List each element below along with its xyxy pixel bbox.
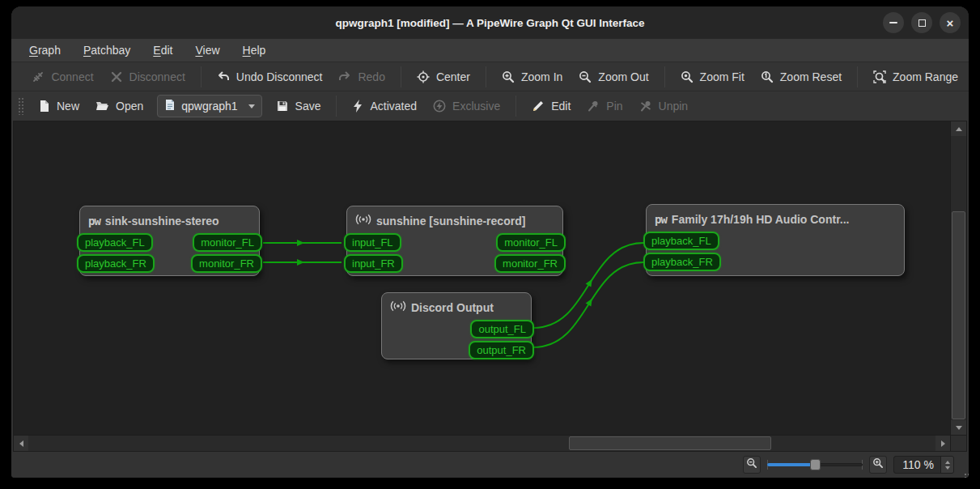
horizontal-scrollbar-thumb[interactable] xyxy=(569,436,771,450)
zoom-range-button[interactable]: Zoom Range xyxy=(866,66,965,88)
node-family-hd-audio[interactable]: pw Family 17h/19h HD Audio Contr... play… xyxy=(646,204,905,276)
scroll-down-button[interactable] xyxy=(951,420,966,435)
pipewire-icon: pw xyxy=(88,215,100,227)
graph-canvas-frame: pw sink-sunshine-stereo playback_FL moni… xyxy=(13,121,967,452)
zoom-slider-handle[interactable] xyxy=(810,459,821,470)
port-input-fl[interactable]: input_FL xyxy=(344,233,401,252)
zoom-out-icon xyxy=(746,457,757,472)
zoom-out-icon xyxy=(579,70,592,83)
vertical-scrollbar-thumb[interactable] xyxy=(952,211,965,419)
pipewire-icon: pw xyxy=(655,213,667,226)
open-folder-icon xyxy=(95,100,109,113)
close-button[interactable]: × xyxy=(940,12,961,33)
horizontal-scrollbar[interactable] xyxy=(14,435,950,451)
zoom-in-button[interactable]: Zoom In xyxy=(494,66,570,88)
arrow-icon xyxy=(586,297,596,307)
exclusive-bolt-icon xyxy=(433,100,446,113)
connect-icon xyxy=(32,70,45,83)
activated-bolt-icon xyxy=(352,100,363,113)
disconnect-button[interactable]: Disconnect xyxy=(103,66,193,88)
node-title: sunshine [sunshine-record] xyxy=(376,215,525,227)
media-icon xyxy=(355,213,371,228)
arrow-icon xyxy=(297,259,304,266)
port-playback-fr[interactable]: playback_FR xyxy=(643,253,721,271)
toolbar-separator xyxy=(401,66,401,87)
menu-bar: Graph Patchbay Edit View Help xyxy=(11,39,969,62)
port-monitor-fr[interactable]: monitor_FR xyxy=(191,254,262,273)
scrollbar-corner xyxy=(950,435,966,451)
redo-icon xyxy=(338,70,351,83)
zoom-fit-button[interactable]: Zoom Fit xyxy=(673,66,752,88)
spin-up-icon xyxy=(945,461,950,464)
port-monitor-fr[interactable]: monitor_FR xyxy=(494,254,566,273)
scroll-up-button[interactable] xyxy=(951,121,966,136)
status-bar: 110 % xyxy=(11,452,969,478)
port-playback-fl[interactable]: playback_FL xyxy=(643,232,719,250)
center-button[interactable]: Center xyxy=(409,66,477,88)
undo-disconnect-button[interactable]: Undo Disconnect xyxy=(210,66,330,88)
zoom-slider[interactable] xyxy=(767,457,863,473)
port-output-fr[interactable]: output_FR xyxy=(469,341,534,359)
arrow-icon xyxy=(297,240,304,246)
zoom-percent-spinbox[interactable]: 110 % xyxy=(893,456,954,474)
spinbox-arrows[interactable] xyxy=(940,457,953,473)
maximize-button[interactable] xyxy=(911,12,932,33)
media-icon xyxy=(390,300,406,315)
new-file-icon xyxy=(38,100,50,113)
toolbar-separator xyxy=(515,96,516,117)
edit-button[interactable]: Edit xyxy=(524,95,578,117)
minimize-button[interactable] xyxy=(883,12,904,33)
node-sunshine[interactable]: sunshine [sunshine-record] input_FL moni… xyxy=(346,206,563,276)
arrow-right-icon xyxy=(941,440,945,447)
window-controls: × xyxy=(883,12,961,33)
toolbar-drag-handle[interactable] xyxy=(18,97,24,115)
node-sink-sunshine-stereo[interactable]: pw sink-sunshine-stereo playback_FL moni… xyxy=(79,206,260,276)
center-icon xyxy=(417,70,430,83)
open-button[interactable]: Open xyxy=(88,95,151,117)
port-monitor-fl[interactable]: monitor_FL xyxy=(496,233,566,252)
connections-layer xyxy=(14,121,950,435)
zoom-reset-button[interactable]: Zoom Reset xyxy=(753,66,849,88)
toolbar-separator xyxy=(857,66,858,87)
statusbar-zoom-in-button[interactable] xyxy=(869,456,887,474)
save-icon xyxy=(276,100,289,113)
new-button[interactable]: New xyxy=(31,95,87,117)
port-output-fl[interactable]: output_FL xyxy=(470,320,534,338)
menu-edit[interactable]: Edit xyxy=(143,41,182,59)
port-playback-fl[interactable]: playback_FL xyxy=(77,233,153,252)
arrow-icon xyxy=(586,278,596,287)
toolbar-separator xyxy=(486,66,486,87)
graph-viewport[interactable]: pw sink-sunshine-stereo playback_FL moni… xyxy=(14,121,950,435)
port-playback-fr[interactable]: playback_FR xyxy=(77,254,155,273)
menu-patchbay[interactable]: Patchbay xyxy=(74,41,140,59)
undo-icon xyxy=(217,70,230,83)
exclusive-button[interactable]: Exclusive xyxy=(426,95,507,117)
zoom-in-icon xyxy=(502,70,515,83)
menu-graph[interactable]: Graph xyxy=(19,41,70,59)
resize-grip[interactable] xyxy=(965,474,966,475)
vertical-scrollbar[interactable] xyxy=(950,121,966,435)
statusbar-zoom-out-button[interactable] xyxy=(743,456,761,474)
node-discord-output[interactable]: Discord Output output_FL output_FR xyxy=(381,292,532,359)
patchbay-select[interactable]: qpwgraph1 xyxy=(157,95,261,117)
edit-pencil-icon xyxy=(532,100,545,113)
scroll-right-button[interactable] xyxy=(935,436,950,451)
pin-button[interactable]: Pin xyxy=(579,95,630,117)
port-input-fr[interactable]: input_FR xyxy=(344,254,403,273)
patchbay-file-icon xyxy=(164,99,176,113)
unpin-button[interactable]: Unpin xyxy=(632,95,696,117)
port-monitor-fl[interactable]: monitor_FL xyxy=(193,233,262,252)
zoom-reset-icon xyxy=(761,70,774,83)
scroll-left-button[interactable] xyxy=(14,436,28,451)
zoom-out-button[interactable]: Zoom Out xyxy=(571,66,655,88)
maximize-icon xyxy=(918,19,926,27)
save-button[interactable]: Save xyxy=(269,95,329,117)
window-title: qpwgraph1 [modified] — A PipeWire Graph … xyxy=(335,17,644,29)
menu-view[interactable]: View xyxy=(185,41,229,59)
connect-button[interactable]: Connect xyxy=(24,66,100,88)
arrow-down-icon xyxy=(956,426,962,430)
redo-button[interactable]: Redo xyxy=(331,66,392,88)
zoom-slider-fill xyxy=(767,463,813,466)
activated-button[interactable]: Activated xyxy=(345,95,424,117)
menu-help[interactable]: Help xyxy=(233,41,276,59)
